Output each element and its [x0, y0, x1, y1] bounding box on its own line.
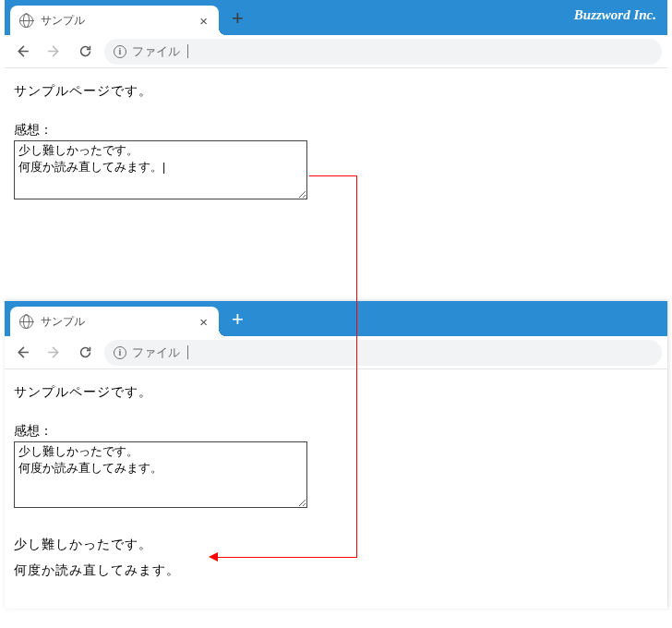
- textarea-label: 感想：: [14, 122, 658, 139]
- text-cursor: [187, 44, 188, 58]
- annotation-arrow-head: [209, 552, 218, 562]
- titlebar: サンプル × + Buzzword Inc.: [5, 0, 667, 35]
- page-content: サンプルページです。 感想： 少し難しかったです。 何度か読み直してみます。: [5, 369, 667, 609]
- globe-icon: [19, 14, 33, 28]
- globe-icon: [19, 315, 33, 329]
- feedback-textarea[interactable]: [14, 441, 307, 508]
- back-button[interactable]: [10, 40, 34, 64]
- feedback-textarea[interactable]: [14, 140, 307, 199]
- annotation-arrow: [309, 175, 356, 176]
- arrow-right-icon: [46, 344, 62, 360]
- brand-label: Buzzword Inc.: [574, 7, 656, 23]
- reload-button[interactable]: [73, 40, 97, 64]
- info-icon: i: [114, 346, 126, 359]
- page-heading-text: サンプルページです。: [14, 83, 658, 100]
- annotation-arrow: [356, 175, 357, 557]
- page-content: サンプルページです。 感想：: [5, 68, 667, 228]
- forward-button[interactable]: [42, 341, 66, 365]
- arrow-left-icon: [15, 43, 30, 59]
- arrow-left-icon: [15, 344, 30, 360]
- text-cursor: [187, 345, 188, 359]
- toolbar: i ファイル: [5, 35, 667, 68]
- address-bar[interactable]: i ファイル: [104, 39, 662, 65]
- browser-window-before: サンプル × + Buzzword Inc. i ファイル サンプルページです。…: [5, 0, 667, 228]
- reload-icon: [78, 344, 93, 360]
- annotation-arrow: [212, 557, 357, 558]
- page-heading-text: サンプルページです。: [14, 384, 658, 401]
- reload-button[interactable]: [73, 341, 97, 365]
- titlebar: サンプル × +: [5, 301, 667, 336]
- close-icon[interactable]: ×: [196, 14, 211, 28]
- tab-title: サンプル: [41, 314, 196, 330]
- output-line: 少し難しかったです。: [14, 531, 658, 557]
- info-icon: i: [114, 45, 126, 58]
- reload-icon: [78, 43, 93, 59]
- arrow-right-icon: [46, 43, 62, 59]
- toolbar: i ファイル: [5, 336, 667, 369]
- browser-tab[interactable]: サンプル ×: [10, 307, 219, 336]
- address-bar[interactable]: i ファイル: [104, 340, 662, 366]
- textarea-label: 感想：: [14, 423, 658, 440]
- browser-window-after: サンプル × + i ファイル サンプルページです。 感想： 少し難しかったです…: [5, 301, 667, 609]
- address-text: ファイル: [132, 43, 180, 60]
- browser-tab[interactable]: サンプル ×: [10, 6, 219, 35]
- forward-button[interactable]: [42, 40, 66, 64]
- tab-title: サンプル: [41, 13, 196, 29]
- close-icon[interactable]: ×: [196, 315, 211, 329]
- address-text: ファイル: [132, 344, 180, 361]
- output-line: 何度か読み直してみます。: [14, 557, 658, 583]
- back-button[interactable]: [10, 341, 34, 365]
